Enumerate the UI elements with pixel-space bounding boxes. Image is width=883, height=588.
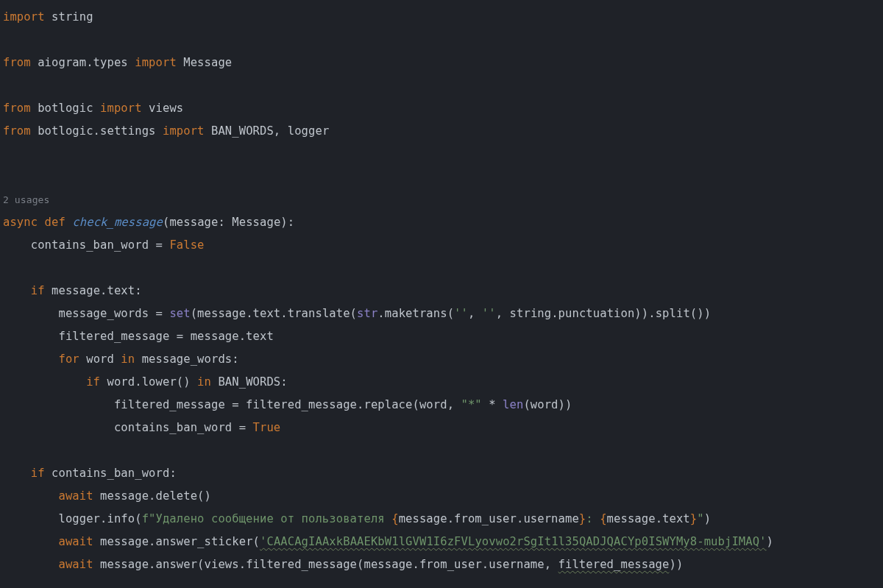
kw-await: await <box>58 535 93 548</box>
code-line: message_words = set(message.text.transla… <box>3 307 711 320</box>
fstring-expr-2: message.text <box>607 512 690 525</box>
code-line: await message.delete() <box>3 489 211 503</box>
call-answer-sticker: message.answer_sticker( <box>93 535 260 548</box>
kw-if: if <box>31 467 45 480</box>
kw-await: await <box>58 489 93 503</box>
code-line: contains_ban_word = False <box>3 238 205 252</box>
call-message-delete: message.delete() <box>93 489 211 503</box>
string-sticker-id: 'CAACAgIAAxkBAAEKbW1lGVW1I6zFVLyovwo2rSg… <box>260 535 767 548</box>
assign-filtered-message: filtered_message = message.text <box>3 330 274 343</box>
code-line: filtered_message = message.text <box>3 330 274 343</box>
code-line: contains_ban_word = True <box>3 421 280 434</box>
code-line: await message.answer_sticker('CAACAgIAAx… <box>3 535 773 548</box>
string-star: "*" <box>461 398 482 411</box>
builtin-str: str <box>357 307 377 320</box>
kw-import: import <box>100 102 142 115</box>
kw-if: if <box>31 284 45 297</box>
code-line: import string <box>3 10 93 24</box>
fstring-lbrace-2: { <box>600 512 606 525</box>
kw-import: import <box>3 10 45 24</box>
string-punctuation-split: string.punctuation)).split()) <box>510 307 712 320</box>
code-line: await message.answer(views.filtered_mess… <box>3 558 683 571</box>
kw-import: import <box>135 56 177 69</box>
module-botlogic-settings: botlogic.settings <box>31 124 163 138</box>
builtin-set: set <box>169 307 190 320</box>
kw-from: from <box>3 102 31 115</box>
kw-if: if <box>86 375 100 389</box>
code-line: from botlogic import views <box>3 102 183 115</box>
code-line: from aiogram.types import Message <box>3 56 232 69</box>
code-editor[interactable]: import string from aiogram.types import … <box>0 0 883 576</box>
import-banwords-logger: BAN_WORDS, logger <box>205 124 330 138</box>
fstring-lbrace-1: { <box>391 512 398 525</box>
kw-import: import <box>163 124 205 138</box>
const-false: False <box>169 238 204 252</box>
fn-check-message: check_message <box>72 216 163 229</box>
cond-message-text: message.text: <box>45 284 142 297</box>
code-line: filtered_message = filtered_message.repl… <box>3 398 572 411</box>
const-true: True <box>253 421 281 434</box>
kw-from: from <box>3 124 31 138</box>
kw-in: in <box>197 375 211 389</box>
assign-message-words: message_words = <box>3 307 169 320</box>
cond-contains-ban-word: contains_ban_word: <box>45 467 177 480</box>
kw-async: async <box>3 216 38 229</box>
kw-await: await <box>58 558 93 571</box>
string-empty-2: '' <box>482 307 496 320</box>
assign-contains-true: contains_ban_word = <box>3 421 253 434</box>
kw-in: in <box>121 353 135 366</box>
import-message: Message <box>177 56 232 69</box>
kw-from: from <box>3 56 31 69</box>
code-line: async def check_message(message: Message… <box>3 216 294 229</box>
code-line: if message.text: <box>3 284 142 297</box>
module-string: string <box>45 10 93 24</box>
fstring-rbrace-2: } <box>690 512 697 525</box>
kw-for: for <box>58 353 79 366</box>
module-botlogic: botlogic <box>31 102 100 115</box>
code-line: logger.info(f"Удалено сообщение от польз… <box>3 512 711 525</box>
var-filtered-message: filtered_message <box>558 558 670 571</box>
code-line: if contains_ban_word: <box>3 467 177 480</box>
import-views: views <box>142 102 184 115</box>
call-answer-filtered: message.answer(views.filtered_message(me… <box>93 558 558 571</box>
sig-open: (message: <box>163 216 232 229</box>
code-line: for word in message_words: <box>3 353 239 366</box>
fstring-rbrace-1: } <box>579 512 586 525</box>
module-aiogram-types: aiogram.types <box>31 56 135 69</box>
fstring-expr-1: message.from_user.username <box>399 512 579 525</box>
sig-close: ): <box>280 216 294 229</box>
code-line: from botlogic.settings import BAN_WORDS,… <box>3 124 329 138</box>
kw-def: def <box>38 216 72 229</box>
string-empty-1: '' <box>454 307 468 320</box>
type-message: Message <box>232 216 280 229</box>
assign-contains-ban-word: contains_ban_word = <box>3 238 169 252</box>
code-line: if word.lower() in BAN_WORDS: <box>3 375 288 389</box>
builtin-len: len <box>503 398 523 411</box>
assign-filtered-replace: filtered_message = filtered_message.repl… <box>3 398 461 411</box>
usages-inlay[interactable]: 2 usages <box>3 194 49 205</box>
call-logger-info: logger.info( <box>3 512 142 525</box>
fstring-close: " <box>697 512 703 525</box>
fstring-open: f"Удалено сообщение от пользователя <box>142 512 392 525</box>
